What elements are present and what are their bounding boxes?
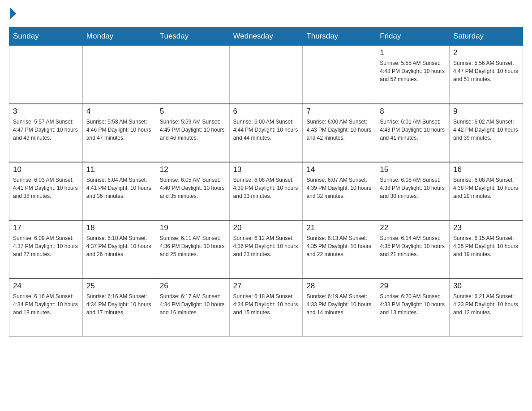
calendar-cell: 6Sunrise: 6:00 AM Sunset: 4:44 PM Daylig…: [229, 104, 303, 162]
day-info: Sunrise: 6:21 AM Sunset: 4:33 PM Dayligh…: [453, 292, 519, 317]
calendar-cell: 9Sunrise: 6:02 AM Sunset: 4:42 PM Daylig…: [450, 104, 523, 162]
day-info: Sunrise: 6:06 AM Sunset: 4:39 PM Dayligh…: [233, 176, 299, 200]
day-info: Sunrise: 6:16 AM Sunset: 4:34 PM Dayligh…: [86, 292, 152, 317]
calendar-week-row: 24Sunrise: 6:16 AM Sunset: 4:34 PM Dayli…: [9, 278, 523, 337]
day-number: 20: [233, 223, 299, 232]
calendar-cell: 16Sunrise: 6:08 AM Sunset: 4:38 PM Dayli…: [450, 162, 523, 220]
calendar-cell: 26Sunrise: 6:17 AM Sunset: 4:34 PM Dayli…: [156, 278, 229, 337]
calendar-cell: 11Sunrise: 6:04 AM Sunset: 4:41 PM Dayli…: [82, 162, 156, 220]
calendar-table: SundayMondayTuesdayWednesdayThursdayFrid…: [9, 27, 523, 337]
weekday-header-thursday: Thursday: [303, 27, 376, 46]
day-info: Sunrise: 6:00 AM Sunset: 4:43 PM Dayligh…: [306, 118, 372, 142]
day-info: Sunrise: 5:55 AM Sunset: 4:48 PM Dayligh…: [380, 59, 446, 83]
page-header: [9, 9, 523, 18]
calendar-cell: 21Sunrise: 6:13 AM Sunset: 4:35 PM Dayli…: [303, 220, 376, 278]
calendar-cell: 28Sunrise: 6:19 AM Sunset: 4:33 PM Dayli…: [303, 278, 376, 337]
calendar-cell: 22Sunrise: 6:14 AM Sunset: 4:35 PM Dayli…: [376, 220, 450, 278]
weekday-header-monday: Monday: [82, 27, 156, 46]
day-number: 16: [453, 165, 519, 174]
day-number: 17: [13, 223, 79, 232]
calendar-cell: [229, 46, 303, 104]
weekday-header-tuesday: Tuesday: [156, 27, 229, 46]
day-number: 4: [86, 107, 152, 116]
day-number: 6: [233, 107, 299, 116]
day-number: 26: [160, 282, 226, 291]
calendar-cell: 18Sunrise: 6:10 AM Sunset: 4:37 PM Dayli…: [82, 220, 156, 278]
day-number: 10: [13, 165, 79, 174]
calendar-cell: 17Sunrise: 6:09 AM Sunset: 4:37 PM Dayli…: [9, 220, 83, 278]
calendar-cell: 7Sunrise: 6:00 AM Sunset: 4:43 PM Daylig…: [303, 104, 376, 162]
calendar-cell: 12Sunrise: 6:05 AM Sunset: 4:40 PM Dayli…: [156, 162, 229, 220]
day-info: Sunrise: 6:10 AM Sunset: 4:37 PM Dayligh…: [86, 234, 152, 258]
day-number: 5: [160, 107, 226, 116]
day-number: 24: [13, 282, 79, 291]
calendar-cell: 27Sunrise: 6:18 AM Sunset: 4:34 PM Dayli…: [229, 278, 303, 337]
calendar-cell: 15Sunrise: 6:08 AM Sunset: 4:38 PM Dayli…: [376, 162, 450, 220]
calendar-cell: [82, 46, 156, 104]
day-info: Sunrise: 6:13 AM Sunset: 4:35 PM Dayligh…: [306, 234, 372, 258]
day-number: 19: [160, 223, 226, 232]
day-info: Sunrise: 6:14 AM Sunset: 4:35 PM Dayligh…: [380, 234, 446, 258]
day-number: 8: [380, 107, 446, 116]
calendar-cell: 25Sunrise: 6:16 AM Sunset: 4:34 PM Dayli…: [82, 278, 156, 337]
calendar-cell: [303, 46, 376, 104]
day-info: Sunrise: 6:05 AM Sunset: 4:40 PM Dayligh…: [160, 176, 226, 200]
day-number: 21: [306, 223, 372, 232]
day-info: Sunrise: 6:04 AM Sunset: 4:41 PM Dayligh…: [86, 176, 152, 200]
calendar-cell: 23Sunrise: 6:15 AM Sunset: 4:35 PM Dayli…: [450, 220, 523, 278]
day-number: 2: [453, 48, 519, 57]
day-info: Sunrise: 6:08 AM Sunset: 4:38 PM Dayligh…: [453, 176, 519, 200]
calendar-cell: 2Sunrise: 5:56 AM Sunset: 4:47 PM Daylig…: [450, 46, 523, 104]
calendar-cell: 3Sunrise: 5:57 AM Sunset: 4:47 PM Daylig…: [9, 104, 83, 162]
day-info: Sunrise: 5:57 AM Sunset: 4:47 PM Dayligh…: [13, 118, 79, 142]
calendar-cell: 8Sunrise: 6:01 AM Sunset: 4:43 PM Daylig…: [376, 104, 450, 162]
calendar-cell: 1Sunrise: 5:55 AM Sunset: 4:48 PM Daylig…: [376, 46, 450, 104]
day-number: 27: [233, 282, 299, 291]
calendar-header-row: SundayMondayTuesdayWednesdayThursdayFrid…: [9, 27, 523, 46]
day-info: Sunrise: 6:02 AM Sunset: 4:42 PM Dayligh…: [453, 118, 519, 142]
calendar-cell: 24Sunrise: 6:16 AM Sunset: 4:34 PM Dayli…: [9, 278, 83, 337]
day-info: Sunrise: 5:59 AM Sunset: 4:45 PM Dayligh…: [160, 118, 226, 142]
day-number: 15: [380, 165, 446, 174]
day-number: 18: [86, 223, 152, 232]
day-number: 23: [453, 223, 519, 232]
day-info: Sunrise: 6:07 AM Sunset: 4:39 PM Dayligh…: [306, 176, 372, 200]
calendar-week-row: 17Sunrise: 6:09 AM Sunset: 4:37 PM Dayli…: [9, 220, 523, 278]
calendar-cell: [9, 46, 83, 104]
calendar-cell: 14Sunrise: 6:07 AM Sunset: 4:39 PM Dayli…: [303, 162, 376, 220]
day-info: Sunrise: 6:18 AM Sunset: 4:34 PM Dayligh…: [233, 292, 299, 317]
day-info: Sunrise: 6:19 AM Sunset: 4:33 PM Dayligh…: [306, 292, 372, 317]
calendar-cell: [156, 46, 229, 104]
day-number: 12: [160, 165, 226, 174]
day-number: 29: [380, 282, 446, 291]
day-number: 25: [86, 282, 152, 291]
day-info: Sunrise: 6:09 AM Sunset: 4:37 PM Dayligh…: [13, 234, 79, 258]
calendar-cell: 13Sunrise: 6:06 AM Sunset: 4:39 PM Dayli…: [229, 162, 303, 220]
logo-triangle-icon: [10, 7, 16, 20]
day-info: Sunrise: 5:56 AM Sunset: 4:47 PM Dayligh…: [453, 59, 519, 83]
day-number: 9: [453, 107, 519, 116]
day-info: Sunrise: 6:08 AM Sunset: 4:38 PM Dayligh…: [380, 176, 446, 200]
calendar-cell: 5Sunrise: 5:59 AM Sunset: 4:45 PM Daylig…: [156, 104, 229, 162]
day-number: 14: [306, 165, 372, 174]
day-info: Sunrise: 6:16 AM Sunset: 4:34 PM Dayligh…: [13, 292, 79, 317]
day-info: Sunrise: 5:58 AM Sunset: 4:46 PM Dayligh…: [86, 118, 152, 142]
day-info: Sunrise: 6:17 AM Sunset: 4:34 PM Dayligh…: [160, 292, 226, 317]
day-number: 28: [306, 282, 372, 291]
calendar-cell: 20Sunrise: 6:12 AM Sunset: 4:36 PM Dayli…: [229, 220, 303, 278]
weekday-header-wednesday: Wednesday: [229, 27, 303, 46]
day-info: Sunrise: 6:01 AM Sunset: 4:43 PM Dayligh…: [380, 118, 446, 142]
logo: [9, 9, 16, 18]
calendar-week-row: 1Sunrise: 5:55 AM Sunset: 4:48 PM Daylig…: [9, 46, 523, 104]
day-number: 11: [86, 165, 152, 174]
calendar-week-row: 10Sunrise: 6:03 AM Sunset: 4:41 PM Dayli…: [9, 162, 523, 220]
day-number: 3: [13, 107, 79, 116]
day-number: 13: [233, 165, 299, 174]
calendar-cell: 10Sunrise: 6:03 AM Sunset: 4:41 PM Dayli…: [9, 162, 83, 220]
weekday-header-friday: Friday: [376, 27, 450, 46]
day-info: Sunrise: 6:12 AM Sunset: 4:36 PM Dayligh…: [233, 234, 299, 258]
day-number: 30: [453, 282, 519, 291]
day-number: 1: [380, 48, 446, 57]
day-info: Sunrise: 6:00 AM Sunset: 4:44 PM Dayligh…: [233, 118, 299, 142]
day-info: Sunrise: 6:11 AM Sunset: 4:36 PM Dayligh…: [160, 234, 226, 258]
